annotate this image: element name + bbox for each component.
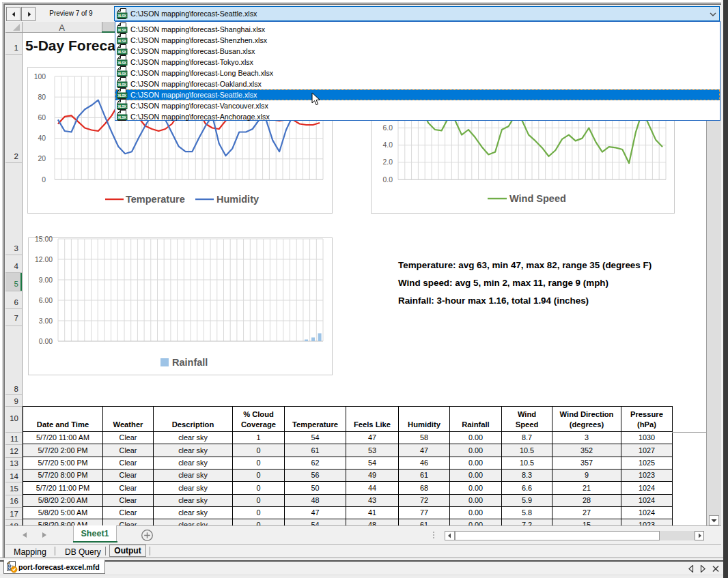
svg-text:0: 0 — [42, 176, 46, 184]
svg-text:XLSX: XLSX — [117, 115, 126, 119]
svg-text:80: 80 — [38, 93, 46, 101]
svg-text:XLSX: XLSX — [117, 72, 126, 76]
svg-text:XLSX: XLSX — [117, 104, 126, 109]
svg-text:15.00: 15.00 — [35, 235, 53, 243]
svg-text:XLSX: XLSX — [117, 83, 126, 87]
svg-text:3.00: 3.00 — [39, 317, 53, 325]
svg-text:100: 100 — [34, 73, 46, 81]
svg-text:Rainfall: Rainfall — [172, 357, 208, 368]
svg-text:6.0: 6.0 — [383, 124, 393, 132]
svg-text:XLSX: XLSX — [117, 93, 126, 98]
svg-text:Humidity: Humidity — [216, 194, 259, 205]
svg-text:60: 60 — [38, 114, 46, 121]
svg-text:XLSX: XLSX — [117, 28, 126, 32]
svg-text:40: 40 — [38, 134, 46, 142]
svg-text:Temperature: Temperature — [126, 194, 185, 205]
svg-text:6.00: 6.00 — [39, 297, 53, 304]
svg-text:XLSX: XLSX — [117, 50, 126, 54]
svg-text:XLSX: XLSX — [117, 14, 126, 18]
svg-text:Wind Speed: Wind Speed — [509, 193, 566, 204]
svg-text:0.00: 0.00 — [39, 338, 53, 345]
svg-text:2.0: 2.0 — [383, 158, 393, 166]
svg-text:0.0: 0.0 — [383, 176, 393, 184]
svg-text:9.00: 9.00 — [39, 276, 53, 284]
svg-text:4.0: 4.0 — [383, 141, 393, 149]
svg-text:XLSX: XLSX — [117, 39, 126, 43]
svg-text:12.00: 12.00 — [35, 256, 53, 263]
svg-text:XLSX: XLSX — [117, 61, 126, 65]
svg-text:20: 20 — [38, 155, 46, 162]
